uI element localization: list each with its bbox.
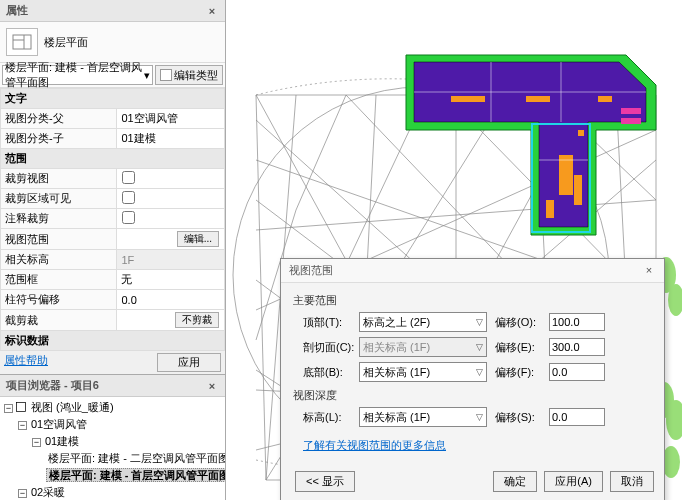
tree-item[interactable]: 01空调风管 bbox=[29, 418, 89, 430]
level-select[interactable]: 相关标高 (1F)▽ bbox=[359, 407, 487, 427]
bottom-select[interactable]: 相关标高 (1F)▽ bbox=[359, 362, 487, 382]
dialog-title-text: 视图范围 bbox=[289, 263, 333, 278]
row-label: 视图范围 bbox=[1, 229, 117, 250]
row-label: 视图分类-子 bbox=[1, 129, 117, 149]
bottom-label: 底部(B): bbox=[303, 365, 359, 380]
row-label: 视图分类-父 bbox=[1, 109, 117, 129]
cancel-button[interactable]: 取消 bbox=[610, 471, 654, 492]
edit-type-icon bbox=[160, 69, 172, 81]
svg-rect-14 bbox=[559, 155, 573, 195]
floorplan-icon bbox=[6, 28, 38, 56]
svg-rect-15 bbox=[546, 200, 554, 218]
properties-apply-button[interactable]: 应用 bbox=[157, 353, 221, 372]
row-label: 范围框 bbox=[1, 270, 117, 290]
project-browser-tree: −🞎 视图 (鸿业_暖通) −01空调风管 −01建模 楼层平面: 建模 - 二… bbox=[0, 397, 225, 500]
properties-help-link[interactable]: 属性帮助 bbox=[4, 353, 48, 372]
property-type-header: 楼层平面 bbox=[0, 22, 225, 63]
view-cat-parent-input[interactable] bbox=[121, 112, 215, 126]
chevron-down-icon: ▽ bbox=[476, 342, 483, 352]
view-range-edit-button[interactable]: 编辑... bbox=[177, 231, 219, 247]
bottom-offset-input[interactable] bbox=[549, 363, 605, 381]
row-label: 裁剪区域可见 bbox=[1, 189, 117, 209]
level-offset-input[interactable] bbox=[549, 408, 605, 426]
crop-region-checkbox[interactable] bbox=[122, 191, 135, 204]
svg-rect-13 bbox=[598, 96, 612, 102]
group-extent: 范围 bbox=[1, 149, 225, 169]
svg-rect-11 bbox=[451, 96, 485, 102]
depth-crop-button[interactable]: 不剪裁 bbox=[175, 312, 219, 328]
dialog-close-icon[interactable]: × bbox=[642, 263, 656, 277]
row-label: 注释裁剪 bbox=[1, 209, 117, 229]
chevron-down-icon: ▽ bbox=[476, 412, 483, 422]
svg-rect-16 bbox=[574, 175, 582, 205]
tree-toggle[interactable]: − bbox=[32, 438, 41, 447]
top-select[interactable]: 标高之上 (2F)▽ bbox=[359, 312, 487, 332]
ok-button[interactable]: 确定 bbox=[493, 471, 537, 492]
type-selector[interactable]: 楼层平面: 建模 - 首层空调风管平面图 ▾ bbox=[2, 65, 153, 85]
svg-rect-17 bbox=[578, 130, 584, 136]
properties-table: 文字 视图分类-父 视图分类-子 范围 裁剪视图 裁剪区域可见 注释裁剪 视图范… bbox=[0, 88, 225, 351]
row-label: 相关标高 bbox=[1, 250, 117, 270]
tree-item-selected[interactable]: 楼层平面: 建模 - 首层空调风管平面图 bbox=[46, 468, 225, 482]
view-cat-child-input[interactable] bbox=[121, 132, 215, 146]
top-offset-input[interactable] bbox=[549, 313, 605, 331]
property-type-label: 楼层平面 bbox=[44, 35, 88, 50]
chevron-down-icon: ▽ bbox=[476, 317, 483, 327]
cut-label: 剖切面(C): bbox=[303, 340, 359, 355]
level-label: 标高(L): bbox=[303, 410, 359, 425]
type-selector-text: 楼层平面: 建模 - 首层空调风管平面图 bbox=[5, 60, 144, 90]
tree-item[interactable]: 楼层平面: 建模 - 二层空调风管平面图 bbox=[46, 452, 225, 464]
tree-item[interactable]: 01建模 bbox=[43, 435, 81, 447]
show-button[interactable]: << 显示 bbox=[295, 471, 355, 492]
row-label: 柱符号偏移 bbox=[1, 290, 117, 310]
chevron-down-icon: ▾ bbox=[144, 69, 150, 82]
row-label: 截剪裁 bbox=[1, 310, 117, 331]
row-label: 裁剪视图 bbox=[1, 169, 117, 189]
browser-panel-title: 项目浏览器 - 项目6 × bbox=[0, 375, 225, 397]
cut-offset-label: 偏移(E): bbox=[495, 340, 549, 355]
bottom-offset-label: 偏移(F): bbox=[495, 365, 549, 380]
tree-item[interactable]: 02采暖 bbox=[29, 486, 67, 498]
chevron-down-icon: ▽ bbox=[476, 367, 483, 377]
top-label: 顶部(T): bbox=[303, 315, 359, 330]
assoc-level-value: 1F bbox=[117, 250, 225, 270]
tree-toggle[interactable]: − bbox=[18, 489, 27, 498]
scope-box-value[interactable]: 无 bbox=[117, 270, 225, 290]
group-identity: 标识数据 bbox=[1, 331, 225, 351]
svg-rect-12 bbox=[526, 96, 550, 102]
learn-more-link[interactable]: 了解有关视图范围的更多信息 bbox=[303, 438, 446, 453]
svg-rect-19 bbox=[621, 118, 641, 124]
view-range-dialog: 视图范围 × 主要范围 顶部(T): 标高之上 (2F)▽ 偏移(O): 剖切面… bbox=[280, 258, 665, 500]
properties-title-text: 属性 bbox=[6, 3, 28, 18]
edit-type-label: 编辑类型 bbox=[174, 68, 218, 83]
group-text: 文字 bbox=[1, 89, 225, 109]
cut-select: 相关标高 (1F)▽ bbox=[359, 337, 487, 357]
close-icon[interactable]: × bbox=[205, 4, 219, 18]
svg-marker-10 bbox=[414, 62, 646, 227]
tree-toggle[interactable]: − bbox=[4, 404, 13, 413]
svg-rect-18 bbox=[621, 108, 641, 114]
view-depth-label: 视图深度 bbox=[293, 388, 652, 403]
cut-offset-input[interactable] bbox=[549, 338, 605, 356]
annotation-crop-checkbox[interactable] bbox=[122, 211, 135, 224]
column-offset-input[interactable] bbox=[121, 293, 215, 307]
edit-type-button[interactable]: 编辑类型 bbox=[155, 65, 223, 85]
primary-range-label: 主要范围 bbox=[293, 293, 652, 308]
browser-title-text: 项目浏览器 - 项目6 bbox=[6, 378, 99, 393]
apply-button[interactable]: 应用(A) bbox=[544, 471, 603, 492]
tree-toggle[interactable]: − bbox=[18, 421, 27, 430]
tree-item-views[interactable]: 视图 (鸿业_暖通) bbox=[29, 401, 116, 413]
close-icon[interactable]: × bbox=[205, 379, 219, 393]
svg-rect-0 bbox=[13, 35, 31, 49]
properties-panel-title: 属性 × bbox=[0, 0, 225, 22]
top-offset-label: 偏移(O): bbox=[495, 315, 549, 330]
level-offset-label: 偏移(S): bbox=[495, 410, 549, 425]
crop-view-checkbox[interactable] bbox=[122, 171, 135, 184]
